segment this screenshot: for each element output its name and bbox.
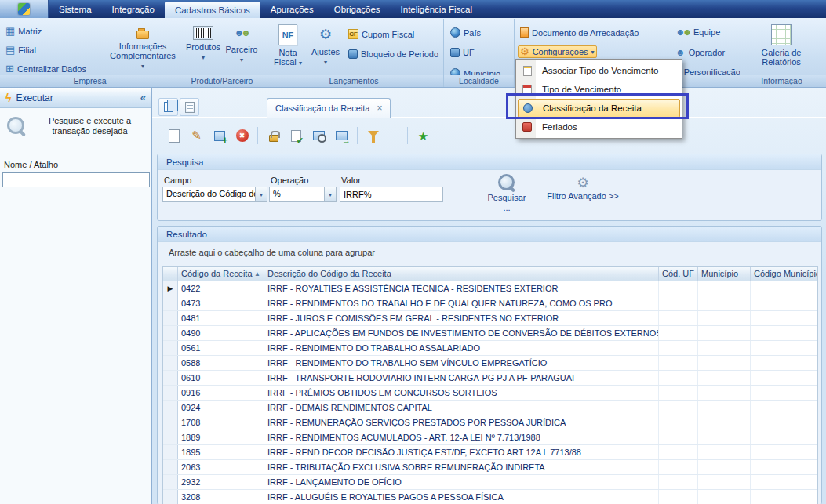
sidebar-executar: ϟ Executar « Pesquise e execute a transa…: [0, 88, 152, 504]
campo-dropdown-button[interactable]: ▾: [255, 187, 267, 201]
tab-inteligencia-fiscal[interactable]: Inteligência Fiscal: [391, 0, 482, 18]
collapse-sidebar-button[interactable]: «: [140, 92, 146, 103]
ribbon-item-pais[interactable]: País: [448, 27, 483, 38]
ribbon-item-uf[interactable]: UF: [448, 47, 477, 58]
cell-descricao: IRRF - REMUNERAÇÃO SERVIÇOS PRESTADOS PO…: [264, 415, 659, 430]
favorite-button[interactable]: ★: [413, 125, 434, 146]
cell-descricao: IRRF - RENDIMENTOS DO TRABALHO E DE QUAL…: [264, 296, 659, 310]
table-row[interactable]: 1708 IRRF - REMUNERAÇÃO SERVIÇOS PRESTAD…: [163, 415, 817, 430]
ribbon-item-filial[interactable]: ▤ Filial: [3, 44, 38, 56]
table-header-row: Código da Receita ▲ Descrição do Código …: [163, 267, 817, 281]
table-row[interactable]: 2932 IRRF - LANÇAMENTO DE OFÍCIO: [163, 475, 817, 490]
operacao-combobox[interactable]: % ▾: [269, 187, 337, 202]
menu-item-tipo-de-vencimento[interactable]: Tipo de Vencimento: [516, 80, 682, 99]
edit-record-button[interactable]: ✎: [186, 125, 207, 146]
ribbon-item-nota-fiscal[interactable]: NF Nota Fiscal ▾: [269, 24, 307, 69]
cell-codigo-municipio: [751, 281, 817, 296]
table-row[interactable]: 0481 IRRF - JUROS E COMISSÕES EM GERAL -…: [163, 311, 817, 326]
group-by-hint[interactable]: Arraste aqui o cabeçalho de uma coluna p…: [169, 248, 375, 257]
cell-codigo: 1708: [178, 415, 264, 430]
ribbon-item-ajustes[interactable]: ⚙ Ajustes ▾: [308, 24, 343, 68]
globe-icon: [450, 27, 460, 38]
document-tab-label: Classificação da Receita: [275, 103, 369, 113]
ribbon-item-equipe[interactable]: ☻☻ Equipe: [673, 27, 722, 38]
column-header-codigo-da-receita[interactable]: Código da Receita ▲: [178, 267, 264, 281]
new-record-button[interactable]: [163, 125, 184, 146]
tab-integracao[interactable]: Integração: [102, 0, 165, 18]
column-header-cod-uf[interactable]: Cód. UF: [659, 267, 698, 281]
task-list-button[interactable]: [180, 98, 199, 116]
table-row[interactable]: ▶ 0422 IRRF - ROYALTIES E ASSISTÊNCIA TÉ…: [163, 281, 817, 296]
approve-icon: ✔: [291, 130, 301, 142]
approve-button[interactable]: ✔: [286, 125, 307, 146]
ribbon-item-produtos[interactable]: Produtos ▾: [184, 25, 222, 63]
ribbon-item-documento-de-arrecadacao[interactable]: Documento de Arrecadação: [518, 27, 641, 38]
cell-codigo: 0473: [178, 296, 264, 310]
filter-button[interactable]: [362, 125, 384, 146]
cell-codigo: 0588: [178, 356, 264, 370]
new-record-icon: [169, 129, 180, 143]
filtro-avancado-button[interactable]: ⚙ Filtro Avançado >>: [544, 176, 622, 201]
preview-button[interactable]: [308, 125, 329, 146]
ribbon-item-informacoes-complementares[interactable]: Informações Complementares ▾: [107, 27, 179, 72]
tab-cadastros-basicos[interactable]: Cadastros Básicos: [165, 2, 260, 18]
valor-input[interactable]: [340, 187, 443, 202]
table-row[interactable]: 0924 IRRF - DEMAIS RENDIMENTOS CAPITAL: [163, 401, 817, 415]
close-tab-icon[interactable]: ×: [377, 103, 382, 114]
menu-item-associar-tipo-do-vencimento[interactable]: Associar Tipo do Vencimento: [516, 61, 682, 80]
cell-cod-uf: [659, 460, 698, 474]
result-table: Código da Receita ▲ Descrição do Código …: [162, 266, 818, 504]
delete-record-button[interactable]: ✖: [231, 125, 253, 146]
cell-municipio: [698, 311, 751, 325]
resultado-groupbox: Resultado Arraste aqui o cabeçalho de um…: [157, 226, 822, 504]
header-row-indicator: [163, 267, 178, 281]
column-header-descricao[interactable]: Descrição do Código da Receita: [264, 267, 659, 281]
ribbon-item-centralizar-dados[interactable]: ⊞ Centralizar Dados: [3, 63, 89, 74]
ribbon-item-galeria-de-relatorios[interactable]: Galeria de Relatórios: [755, 24, 808, 67]
ribbon-item-cupom-fiscal[interactable]: CF Cupom Fiscal: [346, 28, 417, 40]
ribbon-item-configuracoes[interactable]: ⚙ Configurações ▾: [518, 45, 597, 58]
ribbon-item-operador[interactable]: ☻ Operador: [673, 47, 727, 58]
campo-combobox[interactable]: Descrição do Código do R... ▾: [162, 187, 267, 202]
export-button[interactable]: →: [331, 125, 352, 146]
revenue-coin-icon: [522, 103, 534, 113]
cell-cod-uf: [659, 475, 698, 489]
table-row[interactable]: 0610 IRRF - TRANSPORTE RODOVIARIO INTERN…: [163, 371, 817, 386]
copy-layout-button[interactable]: [158, 98, 178, 116]
add-record-button[interactable]: +: [209, 125, 230, 146]
column-header-municipio[interactable]: Município: [698, 267, 751, 281]
table-row[interactable]: 0473 IRRF - RENDIMENTOS DO TRABALHO E DE…: [163, 296, 817, 311]
row-indicator: [163, 445, 178, 459]
pesquisar-button[interactable]: Pesquisar ...: [478, 173, 536, 212]
menu-item-classificacao-da-receita[interactable]: Classificação da Receita: [518, 99, 680, 118]
column-header-codigo-municipio[interactable]: Código Município: [751, 267, 817, 281]
tab-apuracoes[interactable]: Apurações: [260, 0, 324, 18]
cell-descricao: IRRF - LANÇAMENTO DE OFÍCIO: [264, 475, 659, 489]
tab-obrigacoes[interactable]: Obrigações: [324, 0, 391, 18]
document-tab-classificacao-da-receita[interactable]: Classificação da Receita ×: [267, 98, 391, 118]
menu-item-feriados[interactable]: Feriados: [516, 118, 682, 136]
ribbon-item-matriz[interactable]: ▦ Matriz: [3, 25, 44, 37]
app-menu-button[interactable]: [0, 0, 49, 18]
ribbon-item-parceiro[interactable]: ☻☻ Parceiro ▾: [224, 25, 260, 66]
cell-codigo: 3208: [178, 490, 264, 504]
table-row[interactable]: 1895 IRRF - REND DECOR DECISÃO JUSTIÇA E…: [163, 445, 817, 460]
table-row[interactable]: 0916 IRRF - PRÊMIOS OBTIDOS EM CONCURSOS…: [163, 386, 817, 401]
operacao-dropdown-button[interactable]: ▾: [324, 187, 336, 201]
table-row[interactable]: 0490 IRRF - APLICAÇÕES EM FUNDOS DE INVE…: [163, 326, 817, 341]
table-row[interactable]: 2063 IRRF - TRIBUTAÇÃO EXCLUSIVA SOBRE R…: [163, 460, 817, 475]
ribbon-item-bloqueio-de-periodo[interactable]: Bloqueio de Periodo: [346, 49, 441, 60]
dropdown-arrow-icon: ▾: [240, 56, 243, 63]
advanced-filter-gear-icon: ⚙: [577, 176, 588, 190]
table-row[interactable]: 0588 IRRF - RENDIMENTO DO TRABALHO SEM V…: [163, 356, 817, 371]
tab-sistema[interactable]: Sistema: [49, 0, 102, 18]
lock-button[interactable]: [263, 125, 284, 146]
table-row[interactable]: 1889 IRRF - RENDIMENTOS ACUMULADOS - ART…: [163, 430, 817, 445]
sort-asc-icon: ▲: [254, 270, 260, 277]
table-row[interactable]: 0561 IRRF - RENDIMENTO DO TRABALHO ASSAL…: [163, 341, 817, 356]
label: Ajustes ▾: [311, 47, 340, 67]
cell-descricao: IRRF - RENDIMENTO DO TRABALHO ASSALARIAD…: [264, 341, 659, 355]
name-atalho-input[interactable]: [2, 172, 150, 187]
table-row[interactable]: 3208 IRRF - ALUGUÉIS E ROYALTIES PAGOS A…: [163, 490, 817, 504]
group-label-localidade: Localidade: [444, 75, 514, 87]
